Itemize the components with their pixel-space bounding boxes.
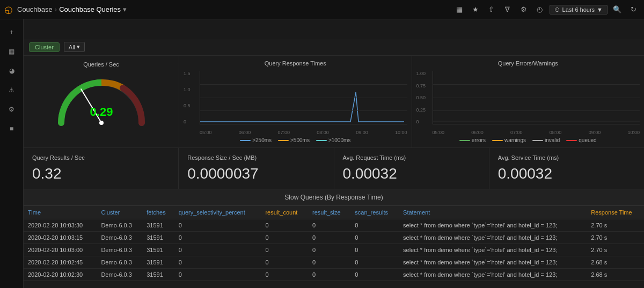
legend-label-errors: errors (472, 137, 486, 143)
th-sr[interactable]: scan_results (350, 206, 399, 219)
charts-row: Queries / Sec 0.29 (24, 56, 644, 148)
sidebar-item-alerts[interactable]: ⚠ (2, 82, 21, 99)
bar-chart-icon-btn[interactable]: ▦ (453, 3, 466, 16)
th-qsp[interactable]: query_selectivity_percent (174, 206, 261, 219)
th-rs[interactable]: result_size (308, 206, 350, 219)
time-range-button[interactable]: ⏲ Last 6 hours ▼ (550, 5, 608, 14)
cell-statement: select * from demo where `type`='hotel' … (399, 219, 587, 232)
legend-queued: queued (566, 137, 596, 143)
cell-rc: 0 (261, 219, 308, 232)
stat-value-2: 0.00032 (343, 165, 480, 182)
stat-title-1: Response Size / Sec (MB) (187, 154, 325, 161)
cell-rs: 0 (308, 269, 350, 281)
breadcrumb-home[interactable]: Couchbase (17, 5, 53, 13)
cell-time: 2020-02-20 10:02:45 (24, 256, 97, 269)
query-response-times-panel: Query Response Times 1.5 1.0 0.5 0 (179, 56, 412, 147)
time-range-label: Last 6 hours (562, 6, 595, 13)
table-row: 2020-02-20 10:03:30 Demo-6.0.3 31591 0 0… (24, 219, 644, 232)
refresh-icon-btn[interactable]: ↻ (627, 3, 640, 16)
slow-queries-section: Slow Queries (By Response Time) Time Clu… (24, 189, 644, 281)
slow-queries-table: Time Cluster fetches query_selectivity_p… (24, 206, 644, 281)
all-label: All (69, 44, 75, 50)
table-row: 2020-02-20 10:02:45 Demo-6.0.3 31591 0 0… (24, 256, 644, 269)
cell-sr: 0 (350, 256, 399, 269)
response-times-chart: 1.5 1.0 0.5 0 05:00 06:00 (184, 71, 407, 135)
th-cluster[interactable]: Cluster (97, 206, 142, 219)
download-icon-btn[interactable]: ∇ (501, 3, 514, 16)
cell-rc: 0 (261, 269, 308, 281)
table-title: Slow Queries (By Response Time) (24, 189, 644, 206)
gauge-svg: 0.29 (53, 72, 150, 131)
errors-chart: 1.00 0.75 0.50 0.25 0 05:00 06:00 (416, 71, 640, 135)
sidebar-item-add[interactable]: + (2, 24, 21, 41)
grid-line-2 (200, 98, 407, 98)
filter-bar: Cluster All ▾ (24, 39, 644, 56)
search-icon-btn[interactable]: 🔍 (611, 3, 624, 16)
x-axis-labels: 05:00 06:00 07:00 08:00 09:00 10:00 (200, 130, 407, 135)
cell-rs: 0 (308, 244, 350, 256)
settings-icon-btn[interactable]: ⚙ (517, 3, 530, 16)
time-range-arrow: ▼ (597, 6, 603, 13)
cell-fetches: 31591 (142, 256, 174, 269)
gauge-title: Queries / Sec (29, 61, 173, 68)
cluster-tag[interactable]: Cluster (29, 42, 60, 52)
legend-dot-queued (566, 140, 577, 141)
legend-label-500ms: >500ms (290, 137, 310, 143)
response-times-legend: >250ms >500ms >1000ms (184, 137, 407, 143)
all-select[interactable]: All ▾ (64, 42, 85, 52)
cell-cluster: Demo-6.0.3 (97, 232, 142, 244)
cell-rt: 2.70 s (587, 244, 644, 256)
cell-rt: 2.70 s (587, 232, 644, 244)
cell-rt: 2.68 s (587, 269, 644, 281)
stat-value-3: 0.00032 (498, 165, 635, 182)
stat-title-0: Query Results / Sec (32, 154, 170, 161)
legend-label-invalid: invalid (545, 137, 560, 143)
cell-qsp: 0 (174, 269, 261, 281)
th-fetches[interactable]: fetches (142, 206, 174, 219)
gauge-container: 0.29 (29, 72, 173, 131)
cell-statement: select * from demo where `type`='hotel' … (399, 269, 587, 281)
stat-value-1: 0.0000037 (187, 165, 325, 182)
sidebar-item-dashboard[interactable]: ▦ (2, 43, 21, 60)
legend-label-1000ms: >1000ms (328, 137, 350, 143)
response-times-title: Query Response Times (184, 60, 407, 67)
errors-legend: errors warnings invalid queued (416, 137, 640, 143)
sidebar-item-compass[interactable]: ◕ (2, 62, 21, 79)
share-icon-btn[interactable]: ⇧ (485, 3, 498, 16)
legend-500ms: >500ms (278, 137, 310, 143)
y-axis-labels: 1.5 1.0 0.5 0 (184, 71, 192, 124)
breadcrumb-dropdown-arrow[interactable]: ▾ (123, 5, 127, 13)
cell-cluster: Demo-6.0.3 (97, 256, 142, 269)
grid-line-1 (200, 84, 407, 85)
th-time[interactable]: Time (24, 206, 97, 219)
nav-left: ◵ Couchbase › Couchbase Queries ▾ (4, 4, 127, 16)
legend-invalid: invalid (532, 137, 560, 143)
stat-title-3: Avg. Service Time (ms) (498, 154, 635, 161)
th-rt[interactable]: Response Time (587, 206, 644, 219)
main-content: Cluster All ▾ Queries / Sec (24, 39, 644, 288)
breadcrumb: Couchbase › Couchbase Queries ▾ (17, 5, 127, 13)
breadcrumb-current: Couchbase Queries (59, 5, 121, 13)
breadcrumb-sep: › (55, 5, 57, 13)
cell-qsp: 0 (174, 232, 261, 244)
err-grid-2 (433, 98, 640, 98)
stat-panel-3: Avg. Service Time (ms) 0.00032 (489, 148, 644, 189)
cell-fetches: 31591 (142, 219, 174, 232)
monitor-icon-btn[interactable]: ◴ (533, 3, 546, 16)
sidebar-item-settings[interactable]: ⚙ (2, 101, 21, 118)
cell-time: 2020-02-20 10:02:30 (24, 269, 97, 281)
legend-warnings: warnings (492, 137, 526, 143)
table-row: 2020-02-20 10:02:30 Demo-6.0.3 31591 0 0… (24, 269, 644, 281)
sidebar-item-shield[interactable]: ■ (2, 120, 21, 137)
th-rc[interactable]: result_count (261, 206, 308, 219)
cell-time: 2020-02-20 10:03:00 (24, 244, 97, 256)
cell-time: 2020-02-20 10:03:30 (24, 219, 97, 232)
cell-qsp: 0 (174, 219, 261, 232)
star-icon-btn[interactable]: ★ (469, 3, 482, 16)
th-statement[interactable]: Statement (399, 206, 587, 219)
legend-dot-errors (459, 140, 470, 141)
query-errors-panel: Query Errors/Warnings 1.00 0.75 0.50 0.2… (412, 56, 645, 147)
errors-x-labels: 05:00 06:00 07:00 08:00 09:00 10:00 (433, 130, 640, 135)
stat-panel-2: Avg. Request Time (ms) 0.00032 (334, 148, 489, 189)
cell-rs: 0 (308, 219, 350, 232)
